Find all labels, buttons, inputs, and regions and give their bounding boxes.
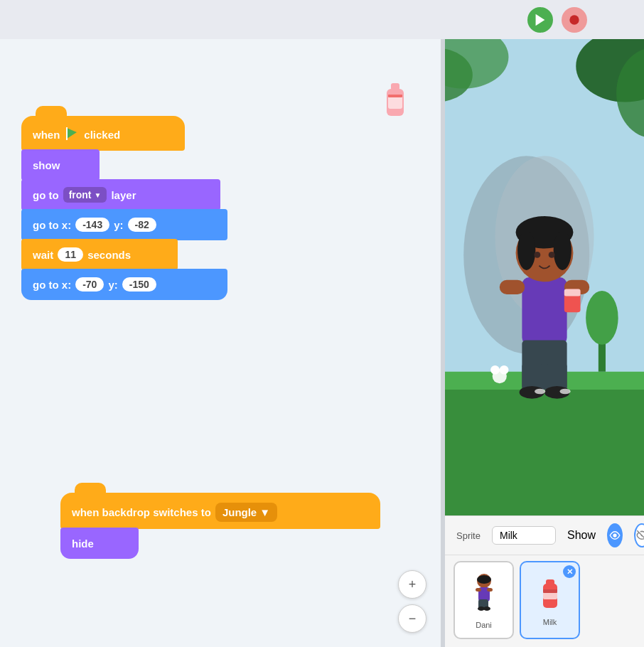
wait-text: wait [33,249,53,261]
show-label: Show [567,529,596,542]
when-text: when [33,129,60,141]
hide-block[interactable]: hide [60,528,139,559]
svg-rect-3 [391,83,399,90]
layer-text: layer [111,189,136,201]
dropdown-arrow: ▼ [95,191,102,199]
dani-label: Dani [476,621,492,629]
x-input-1[interactable]: -143 [75,218,109,232]
y-text-2: y: [108,279,117,291]
goto-x-text: go to x: [33,219,71,231]
script-area: when clicked show go to front ▼ [0,39,441,647]
svg-point-40 [613,533,616,537]
sprite-item-dani[interactable]: Dani [454,561,514,639]
svg-point-28 [549,252,555,258]
svg-point-35 [559,389,570,395]
show-hidden-button[interactable] [634,523,644,547]
show-block[interactable]: show [21,149,100,181]
zoom-in-button[interactable]: + [398,570,426,599]
backdrop-dropdown-arrow: ▼ [259,506,270,518]
milk-icon [537,574,563,615]
svg-point-27 [534,252,540,258]
go-to-xy-block-2[interactable]: go to x: -70 y: -150 [21,269,227,300]
top-bar [0,0,644,39]
dani-icon [470,571,498,618]
svg-rect-50 [546,579,554,585]
go-to-layer-block[interactable]: go to front ▼ layer [21,179,220,210]
backdrop-text: when backdrop switches to [72,506,211,518]
backdrop-dropdown[interactable]: Jungle ▼ [215,503,277,522]
y-input-1[interactable]: -82 [128,218,156,232]
svg-point-21 [586,291,618,345]
svg-point-18 [490,365,500,375]
sprite-label: Sprite [456,530,481,541]
svg-point-34 [535,389,545,395]
svg-rect-36 [500,280,525,294]
sprite-item-milk[interactable]: ✕ Milk [520,561,580,639]
milk-label: Milk [543,618,557,626]
svg-point-48 [483,606,490,611]
y-input-2[interactable]: -150 [122,277,156,292]
right-panel: Sprite Show Size [445,39,644,647]
green-flag-button[interactable] [527,7,553,33]
seconds-text: seconds [87,249,131,261]
y-text-1: y: [114,219,123,231]
stage [445,39,644,515]
x-input-2[interactable]: -70 [75,277,104,292]
stack-group-1: when clicked show go to front ▼ [21,117,227,300]
svg-point-26 [554,230,571,270]
svg-rect-45 [487,588,493,592]
stage-scene [445,39,644,515]
when-flag-clicked-block[interactable]: when clicked [21,116,185,151]
stack-group-2: when backdrop switches to Jungle ▼ hide [60,494,380,559]
svg-rect-16 [445,390,644,515]
zoom-controls: + − [398,570,426,633]
svg-rect-52 [543,589,557,593]
sprite-panel: Dani ✕ Milk [445,555,644,647]
svg-point-42 [477,575,491,584]
stop-button[interactable] [562,7,587,33]
wait-value[interactable]: 11 [58,247,83,262]
hide-text: hide [72,538,94,550]
clicked-text: clicked [84,129,120,141]
svg-rect-39 [564,289,581,296]
flag-icon [64,126,80,144]
svg-rect-22 [522,277,567,345]
zoom-out-button[interactable]: − [398,604,426,633]
svg-marker-0 [536,14,545,26]
svg-rect-44 [476,588,481,592]
go-to-text: go to [33,189,59,201]
layer-dropdown[interactable]: front ▼ [63,187,107,203]
backdrop-switch-block[interactable]: when backdrop switches to Jungle ▼ [60,493,380,529]
show-visible-button[interactable] [607,523,623,547]
wait-block[interactable]: wait 11 seconds [21,239,178,270]
sprite-close-badge[interactable]: ✕ [563,565,576,578]
main-area: when clicked show go to front ▼ [0,39,644,647]
svg-point-25 [517,230,535,270]
milk-bottle-corner-icon [378,75,412,126]
goto-x-text-2: go to x: [33,279,71,291]
svg-marker-6 [67,128,77,139]
show-text: show [33,159,60,171]
sprite-name-input[interactable] [492,526,556,545]
go-to-xy-block-1[interactable]: go to x: -143 y: -82 [21,209,227,240]
svg-point-19 [500,365,509,375]
controls-row: Sprite Show Size [445,515,644,555]
svg-rect-5 [388,95,402,97]
svg-point-1 [569,15,579,24]
